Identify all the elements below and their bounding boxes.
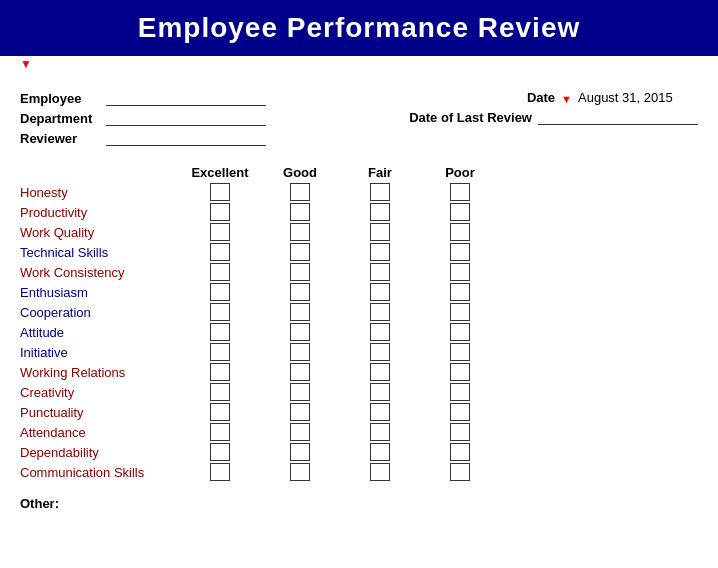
page-title: Employee Performance Review <box>0 12 718 44</box>
rating-checkbox[interactable] <box>370 383 390 401</box>
rating-checkbox[interactable] <box>210 463 230 481</box>
last-review-label: Date of Last Review <box>409 110 532 125</box>
left-fields: Employee Department Reviewer <box>20 90 266 146</box>
rating-checkbox[interactable] <box>450 463 470 481</box>
rating-checkbox[interactable] <box>450 363 470 381</box>
rating-checkbox[interactable] <box>290 463 310 481</box>
rating-row: Enthusiasm <box>20 282 698 302</box>
rating-checkbox[interactable] <box>290 223 310 241</box>
rating-boxes-row-5 <box>180 283 500 301</box>
rating-checkbox[interactable] <box>450 263 470 281</box>
rating-checkbox[interactable] <box>210 203 230 221</box>
rating-boxes-row-13 <box>180 443 500 461</box>
rating-checkbox[interactable] <box>450 443 470 461</box>
rating-checkbox[interactable] <box>450 223 470 241</box>
rating-box-cell <box>340 283 420 301</box>
rating-checkbox[interactable] <box>370 283 390 301</box>
rating-checkbox[interactable] <box>290 403 310 421</box>
employee-input-line[interactable] <box>106 90 266 106</box>
rating-box-cell <box>180 443 260 461</box>
rating-box-cell <box>420 443 500 461</box>
rating-checkbox[interactable] <box>290 283 310 301</box>
rating-checkbox[interactable] <box>370 183 390 201</box>
rating-checkbox[interactable] <box>290 263 310 281</box>
skill-name-work-consistency: Work Consistency <box>20 265 180 280</box>
rating-checkbox[interactable] <box>210 223 230 241</box>
rating-checkbox[interactable] <box>450 283 470 301</box>
ratings-section: ExcellentGoodFairPoor HonestyProductivit… <box>0 146 718 482</box>
last-review-input-line[interactable] <box>538 109 698 125</box>
rating-checkbox[interactable] <box>370 303 390 321</box>
department-input-line[interactable] <box>106 110 266 126</box>
rating-box-cell <box>340 423 420 441</box>
rating-checkbox[interactable] <box>290 363 310 381</box>
rating-checkbox[interactable] <box>210 183 230 201</box>
rating-checkbox[interactable] <box>210 283 230 301</box>
rating-checkbox[interactable] <box>290 383 310 401</box>
rating-checkbox[interactable] <box>450 203 470 221</box>
rating-checkbox[interactable] <box>450 423 470 441</box>
rating-checkbox[interactable] <box>370 323 390 341</box>
skill-name-attitude: Attitude <box>20 325 180 340</box>
rating-box-cell <box>420 223 500 241</box>
rating-checkbox[interactable] <box>210 263 230 281</box>
col-header-poor: Poor <box>420 165 500 180</box>
rating-checkbox[interactable] <box>290 443 310 461</box>
rating-checkbox[interactable] <box>370 363 390 381</box>
rating-checkbox[interactable] <box>370 423 390 441</box>
rating-checkbox[interactable] <box>370 463 390 481</box>
rating-checkbox[interactable] <box>450 403 470 421</box>
rating-checkbox[interactable] <box>210 303 230 321</box>
rating-checkbox[interactable] <box>290 203 310 221</box>
rating-checkbox[interactable] <box>450 243 470 261</box>
skill-name-cooperation: Cooperation <box>20 305 180 320</box>
rating-checkbox[interactable] <box>210 403 230 421</box>
rating-checkbox[interactable] <box>210 343 230 361</box>
rating-checkbox[interactable] <box>450 383 470 401</box>
rating-checkbox[interactable] <box>370 263 390 281</box>
reviewer-input-line[interactable] <box>106 130 266 146</box>
rating-row: Creativity <box>20 382 698 402</box>
rating-box-cell <box>260 263 340 281</box>
rating-checkbox[interactable] <box>210 243 230 261</box>
rating-checkbox[interactable] <box>290 323 310 341</box>
rating-row: Working Relations <box>20 362 698 382</box>
rating-box-cell <box>340 403 420 421</box>
rating-checkbox[interactable] <box>290 423 310 441</box>
rating-box-cell <box>180 403 260 421</box>
rating-checkbox[interactable] <box>210 363 230 381</box>
last-review-row: Date of Last Review <box>409 109 698 125</box>
rating-checkbox[interactable] <box>210 323 230 341</box>
rating-checkbox[interactable] <box>450 183 470 201</box>
rating-box-cell <box>420 383 500 401</box>
rating-checkbox[interactable] <box>210 383 230 401</box>
rating-checkbox[interactable] <box>370 243 390 261</box>
rating-checkbox[interactable] <box>290 243 310 261</box>
rating-checkbox[interactable] <box>370 443 390 461</box>
rating-checkbox[interactable] <box>370 223 390 241</box>
rating-box-cell <box>340 463 420 481</box>
rating-box-cell <box>180 263 260 281</box>
rating-box-cell <box>260 443 340 461</box>
rating-checkbox[interactable] <box>290 303 310 321</box>
rating-box-cell <box>180 303 260 321</box>
rating-checkbox[interactable] <box>210 423 230 441</box>
rating-checkbox[interactable] <box>370 343 390 361</box>
rating-box-cell <box>340 323 420 341</box>
rating-box-cell <box>260 363 340 381</box>
rating-checkbox[interactable] <box>210 443 230 461</box>
rating-checkbox[interactable] <box>450 343 470 361</box>
rating-box-cell <box>180 283 260 301</box>
rating-boxes-row-1 <box>180 203 500 221</box>
rating-checkbox[interactable] <box>370 403 390 421</box>
rating-box-cell <box>260 463 340 481</box>
rating-checkbox[interactable] <box>370 203 390 221</box>
date-value: August 31, 2015 <box>578 90 698 105</box>
col-header-good: Good <box>260 165 340 180</box>
rating-checkbox[interactable] <box>290 183 310 201</box>
rating-checkbox[interactable] <box>290 343 310 361</box>
rating-box-cell <box>340 263 420 281</box>
rating-checkbox[interactable] <box>450 303 470 321</box>
rating-box-cell <box>260 203 340 221</box>
rating-checkbox[interactable] <box>450 323 470 341</box>
